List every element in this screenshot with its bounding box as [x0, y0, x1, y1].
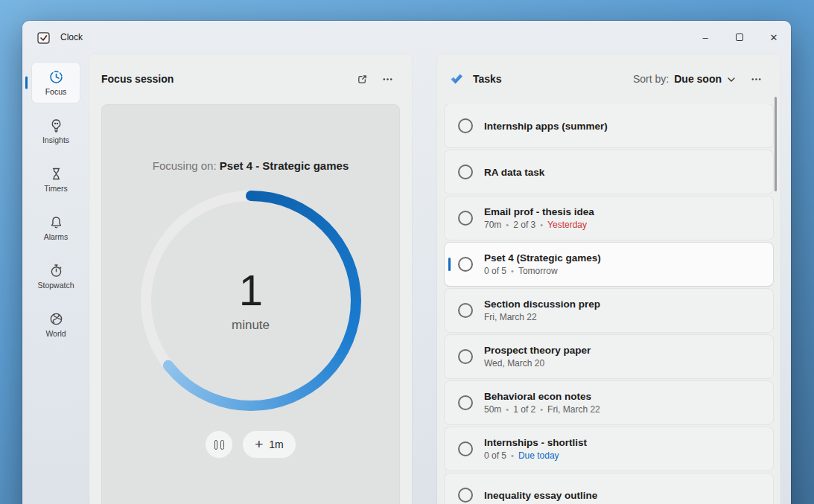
task-text: Pset 4 (Strategic games)0 of 5•Tomorrow	[484, 252, 601, 276]
timer-remaining-value: 1	[239, 269, 262, 312]
clock-app-window: Clock – ✕ FocusInsightsTimersAlarmsStopw…	[22, 21, 791, 504]
task-item[interactable]: Internship apps (summer)	[445, 104, 773, 147]
task-title: Internships - shortlist	[484, 437, 587, 448]
sidebar-item-focus[interactable]: Focus	[32, 63, 80, 103]
task-title: Behavioral econ notes	[484, 391, 600, 402]
focus-session-panel: Focus session Focusing on: Pset 4 - St	[89, 54, 412, 504]
task-title: Email prof - thesis idea	[484, 206, 594, 217]
sidebar-item-alarms[interactable]: Alarms	[32, 208, 80, 248]
task-item[interactable]: Inequality essay outline	[445, 473, 773, 504]
tasks-scrollbar[interactable]	[775, 97, 777, 191]
task-complete-checkbox[interactable]	[458, 165, 473, 179]
sort-by-dropdown[interactable]: Sort by: Due soon	[633, 73, 736, 85]
progress-ring-head-cap	[246, 191, 256, 201]
focus-progress-ring: 1 minute	[141, 191, 361, 411]
task-item[interactable]: Internships - shortlist0 of 5•Due today	[445, 427, 773, 470]
task-item[interactable]: RA data task	[445, 150, 773, 194]
task-text: RA data task	[484, 167, 544, 178]
sidebar-item-world[interactable]: World	[32, 304, 80, 345]
meta-separator: •	[506, 405, 509, 414]
task-title: Prospect theory paper	[484, 345, 591, 356]
focusing-on-line: Focusing on: Pset 4 - Strategic games	[153, 158, 349, 174]
focus-more-button[interactable]	[375, 68, 400, 90]
expand-focus-button[interactable]	[349, 68, 375, 90]
task-complete-checkbox[interactable]	[458, 441, 473, 456]
close-icon: ✕	[770, 33, 778, 42]
task-complete-checkbox[interactable]	[458, 118, 473, 133]
task-complete-checkbox[interactable]	[458, 488, 473, 503]
chevron-down-icon	[727, 74, 736, 84]
task-meta-segment: Fri, March 22	[547, 404, 600, 415]
meta-separator: •	[511, 451, 514, 460]
plus-icon: +	[255, 437, 263, 451]
sidebar-item-timers[interactable]: Timers	[32, 159, 80, 200]
meta-separator: •	[511, 267, 514, 275]
task-item[interactable]: Prospect theory paperWed, March 20	[445, 335, 773, 378]
timer-remaining-unit: minute	[232, 318, 270, 333]
stopwatch-icon	[48, 263, 64, 278]
task-item[interactable]: Email prof - thesis idea70m•2 of 3•Yeste…	[445, 197, 773, 240]
task-item[interactable]: Pset 4 (Strategic games)0 of 5•Tomorrow	[445, 243, 773, 286]
sidebar-item-label: Stopwatch	[37, 281, 74, 290]
task-item[interactable]: Behavioral econ notes50m•1 of 2•Fri, Mar…	[445, 381, 773, 424]
task-meta: Fri, March 22	[484, 312, 600, 322]
sidebar-item-insights[interactable]: Insights	[32, 111, 80, 151]
more-options-icon	[381, 73, 394, 86]
task-complete-checkbox[interactable]	[458, 257, 473, 272]
sidebar-item-label: Alarms	[44, 232, 69, 241]
tasks-panel-header: Tasks Sort by: Due soon	[437, 54, 780, 104]
task-item[interactable]: Section discussion prepFri, March 22	[445, 289, 773, 332]
close-button[interactable]: ✕	[757, 21, 791, 54]
sidebar-nav: FocusInsightsTimersAlarmsStopwatchWorld	[22, 54, 89, 504]
add-minute-label: 1m	[269, 438, 283, 450]
task-meta-segment: 50m	[484, 404, 501, 415]
task-complete-checkbox[interactable]	[458, 349, 473, 364]
sidebar-item-label: Timers	[44, 184, 68, 193]
task-meta: 0 of 5•Due today	[484, 450, 587, 461]
tasks-more-button[interactable]	[743, 68, 769, 90]
task-title: Internship apps (summer)	[484, 121, 608, 132]
focus-controls: + 1m	[205, 430, 296, 459]
sidebar-item-label: Focus	[45, 87, 67, 96]
task-complete-checkbox[interactable]	[458, 303, 473, 318]
sidebar-item-label: World	[45, 329, 66, 338]
selected-indicator-pill	[25, 77, 28, 89]
todo-checkmark-icon	[449, 71, 464, 86]
focus-panel-title: Focus session	[101, 73, 174, 85]
sort-by-value: Due soon	[674, 73, 722, 85]
app-title: Clock	[60, 32, 83, 42]
task-due-overdue: Yesterday	[547, 220, 587, 230]
task-list: Internship apps (summer)RA data taskEmai…	[437, 104, 780, 504]
world-icon	[48, 311, 64, 327]
sidebar-item-label: Insights	[42, 135, 69, 144]
task-title: RA data task	[484, 167, 544, 178]
task-text: Behavioral econ notes50m•1 of 2•Fri, Mar…	[484, 391, 600, 415]
focus-icon	[48, 69, 64, 85]
pause-button[interactable]	[205, 430, 233, 459]
task-meta-segment: Fri, March 22	[484, 312, 537, 322]
popout-icon	[356, 73, 369, 86]
sidebar-item-stopwatch[interactable]: Stopwatch	[32, 256, 80, 296]
meta-separator: •	[506, 220, 509, 229]
task-due-due-today: Due today	[518, 450, 559, 461]
meta-separator: •	[540, 220, 543, 229]
focusing-on-prefix: Focusing on:	[153, 159, 220, 172]
task-meta-segment: 0 of 5	[484, 266, 506, 276]
task-title: Inequality essay outline	[484, 490, 597, 501]
titlebar: Clock – ✕	[22, 21, 791, 54]
task-text: Internships - shortlist0 of 5•Due today	[484, 437, 587, 461]
focusing-on-task-name: Pset 4 - Strategic games	[220, 159, 349, 172]
add-one-minute-button[interactable]: + 1m	[242, 430, 296, 459]
task-text: Inequality essay outline	[484, 490, 597, 501]
minimize-button[interactable]: –	[688, 21, 722, 54]
task-complete-checkbox[interactable]	[458, 211, 473, 226]
sort-by-label: Sort by:	[633, 73, 669, 85]
alarms-icon	[48, 214, 64, 230]
maximize-button[interactable]	[722, 21, 757, 54]
minimize-icon: –	[702, 33, 708, 42]
task-meta-segment: Wed, March 20	[484, 358, 544, 369]
tasks-panel-title: Tasks	[473, 73, 502, 85]
window-content: FocusInsightsTimersAlarmsStopwatchWorld …	[22, 54, 791, 504]
task-title: Section discussion prep	[484, 299, 600, 310]
task-complete-checkbox[interactable]	[458, 395, 473, 410]
